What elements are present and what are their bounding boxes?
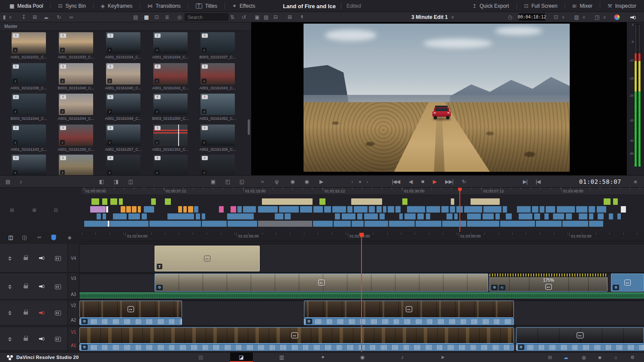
- ripple-overwrite-icon[interactable]: ◫: [128, 179, 133, 185]
- media-clip[interactable]: ↥♪A001_02161031_C...: [12, 32, 46, 54]
- fx-overlay-icon[interactable]: ▨: [574, 15, 579, 20]
- monitor-view-icon[interactable]: ⊡: [155, 15, 159, 20]
- razor-preview-icon[interactable]: ▶: [319, 179, 323, 185]
- full-screen-button[interactable]: ⊡Full Screen: [522, 3, 559, 9]
- media-clip[interactable]: ↥♪A001_02161048_C...: [106, 94, 140, 115]
- fit-view-icon[interactable]: ⊡: [554, 15, 558, 20]
- timeline-clip-v2-interview-2[interactable]: ••: [304, 301, 514, 318]
- razor-icon[interactable]: ✂: [37, 235, 42, 240]
- play-icon[interactable]: ▶: [433, 179, 436, 185]
- filmstrip-icon[interactable]: [55, 337, 61, 341]
- filmstrip-icon[interactable]: [55, 284, 61, 289]
- lock-icon[interactable]: [24, 312, 28, 315]
- track-display-icon[interactable]: ⊞: [32, 207, 36, 213]
- media-clip[interactable]: ↥♪A001_02161243_C...: [12, 125, 46, 146]
- loop-playback-icon[interactable]: ↻: [462, 179, 465, 185]
- place-on-top-icon[interactable]: ◰: [225, 179, 230, 185]
- audio-track-label[interactable]: A3: [68, 292, 79, 297]
- media-clip[interactable]: ↥♪A001_02161308_C...: [200, 125, 235, 146]
- lock-icon[interactable]: [24, 257, 28, 260]
- mixer-button[interactable]: ≣Mixer: [571, 3, 594, 9]
- edit-index-icon[interactable]: ⊟: [10, 207, 14, 213]
- lock-icon[interactable]: [24, 338, 28, 341]
- stop-icon[interactable]: ■: [421, 179, 424, 185]
- strip-view-c-icon[interactable]: ⊟: [273, 15, 278, 20]
- speaker-icon[interactable]: [39, 283, 45, 291]
- audio-clips-icon[interactable]: ♪: [20, 179, 22, 185]
- relink-media-icon[interactable]: ∞: [70, 15, 73, 20]
- media-clip[interactable]: ↥♪A001_02161034_C...: [153, 32, 188, 54]
- effects-button[interactable]: ✦Effects: [231, 3, 257, 9]
- transition-tools-icon[interactable]: ≈: [261, 179, 264, 185]
- media-pool-button[interactable]: ▦Media Pool: [8, 3, 45, 9]
- deliver-page-icon[interactable]: ➤: [440, 354, 445, 360]
- speaker-icon[interactable]: [39, 309, 45, 317]
- cut-page-icon[interactable]: ◪: [239, 354, 243, 360]
- lock-icon[interactable]: [24, 285, 28, 288]
- speaker-icon[interactable]: [630, 15, 636, 20]
- previous-edit-icon[interactable]: |◀: [536, 179, 540, 185]
- track-labels-v3[interactable]: V3A3: [67, 274, 79, 300]
- media-clip[interactable]: ↥♪A001_02161034_C...: [106, 32, 140, 54]
- edit-page-icon[interactable]: ▥: [279, 354, 284, 360]
- track-labels-v4[interactable]: V4: [67, 244, 79, 273]
- media-clip[interactable]: ↥♪A001_02161040_C...: [106, 63, 140, 85]
- multicam-group-icon[interactable]: ⊞: [288, 15, 292, 20]
- current-marker-icon[interactable]: ●: [358, 179, 361, 185]
- search-input[interactable]: [185, 13, 228, 21]
- timeline-selector[interactable]: 3 Minute Edit 1 ∨: [411, 12, 454, 22]
- smart-insert-icon[interactable]: ◧: [99, 179, 103, 185]
- media-clip[interactable]: ↥♪A001_02161038_C...: [12, 63, 46, 85]
- close-up-icon[interactable]: ▣: [211, 179, 215, 185]
- timeline-clips-icon[interactable]: ▤: [6, 179, 10, 185]
- fusion-page-icon[interactable]: ✦: [321, 354, 325, 360]
- go-first-frame-icon[interactable]: |◀◀: [392, 179, 400, 185]
- list-view-icon[interactable]: ≣: [165, 15, 169, 20]
- media-clip[interactable]: ↥♪A001_02161257_C...: [106, 125, 140, 146]
- media-page-icon[interactable]: ▤: [198, 354, 203, 360]
- append-clip-icon[interactable]: ◨: [114, 179, 118, 185]
- media-clip[interactable]: ↥♪: [12, 155, 46, 175]
- timeline-minimap[interactable]: 01:00:00:0001:00:37:1201:01:15:0001:01:5…: [0, 188, 644, 232]
- timeline-clip-v3-blue[interactable]: •• ⚙: [611, 274, 644, 292]
- play-reverse-icon[interactable]: ◀: [409, 179, 412, 185]
- media-clip[interactable]: ↥♪B003_02151050_C...: [153, 94, 188, 115]
- media-clip[interactable]: ↥♪: [106, 155, 140, 175]
- timeline-clip-v3-retimed[interactable]: 175% •• ⚙ ◴: [489, 274, 608, 292]
- media-clip[interactable]: ↥♪A001_02161033_C...: [59, 32, 93, 54]
- strip-view-b-icon[interactable]: ▤: [264, 15, 268, 20]
- prev-marker-icon[interactable]: ‹: [352, 179, 353, 185]
- render-manager-icon[interactable]: ⊟: [548, 355, 552, 360]
- timeline-audio-a1-1[interactable]: ⚙: [79, 344, 514, 351]
- media-clip[interactable]: ↥♪A001_02161052_C...: [200, 94, 235, 115]
- speaker-icon[interactable]: [39, 255, 45, 262]
- media-clip[interactable]: ↥♪A001_02161044_C...: [59, 94, 93, 115]
- next-edit-icon[interactable]: ▶|: [523, 179, 527, 185]
- media-pool-scrollbar[interactable]: [248, 119, 250, 135]
- video-track-label[interactable]: V1: [68, 330, 79, 335]
- color-page-icon[interactable]: ◉: [360, 354, 365, 360]
- video-track-label[interactable]: V4: [68, 256, 79, 261]
- next-marker-icon[interactable]: ›: [367, 179, 368, 185]
- minimap-playhead[interactable]: [459, 188, 460, 232]
- bin-chevron-icon[interactable]: ∨: [9, 15, 12, 19]
- track-height-icon[interactable]: [8, 311, 12, 315]
- audio-track-label[interactable]: A1: [68, 343, 79, 348]
- preferences-icon[interactable]: ⚙: [630, 355, 635, 360]
- timeline-clip-v1-end[interactable]: ••: [516, 327, 644, 344]
- media-clip[interactable]: ↥♪A001_02161302_C...: [153, 125, 188, 146]
- fx-chevron-icon[interactable]: ∨: [583, 15, 586, 19]
- collaboration-icon[interactable]: ☻: [597, 355, 602, 360]
- cloud-library-icon[interactable]: ☁: [43, 15, 49, 20]
- poi-left-icon[interactable]: ◉: [290, 179, 294, 185]
- media-clip[interactable]: ↥♪B003_02151040_C...: [59, 63, 93, 85]
- card-view-icon[interactable]: ▤: [133, 15, 138, 20]
- duration-timecode[interactable]: 00:04:18:12: [519, 13, 545, 21]
- track-height-icon[interactable]: [8, 337, 12, 341]
- track-height-icon[interactable]: [8, 285, 12, 289]
- hamburger-menu-icon[interactable]: ≡: [634, 178, 637, 185]
- sync-bin-button[interactable]: ⊟Sync Bin: [56, 3, 87, 9]
- track-labels-v1[interactable]: V1A1: [67, 327, 79, 351]
- tag-filter-icon[interactable]: ◎: [177, 15, 182, 20]
- cloud-projects-icon[interactable]: ☁: [564, 355, 568, 360]
